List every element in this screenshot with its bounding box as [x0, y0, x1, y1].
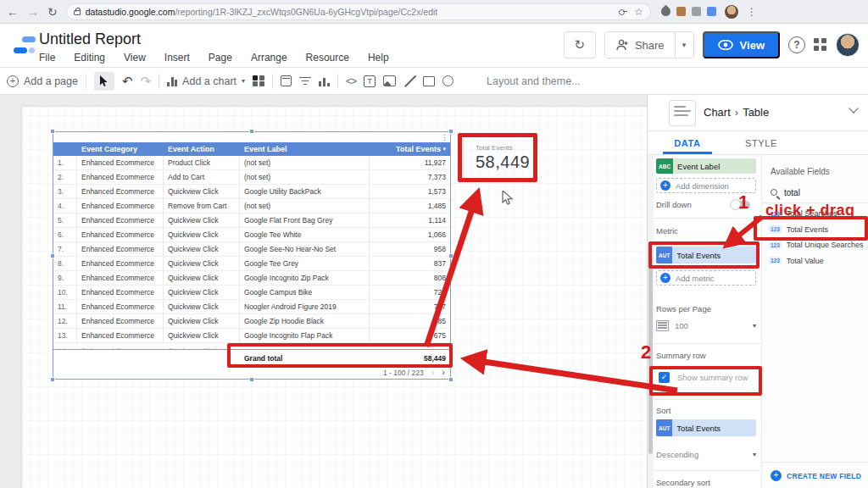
- report-canvas[interactable]: ⋮ Event Category Event Action Event Labe…: [0, 95, 647, 488]
- redo-button[interactable]: ↷: [141, 74, 152, 89]
- undo-button[interactable]: ↶: [122, 74, 133, 89]
- app-header: Untitled Report FileEditingViewInsertPag…: [0, 24, 868, 68]
- table-row: 6.Enhanced EcommerceQuickview ClickGoogl…: [53, 228, 450, 242]
- table-faded-row: 14. Enhanced Ecommerce Quickview Click: [53, 343, 450, 349]
- table-chart-type-icon[interactable]: [669, 100, 696, 126]
- menu-file[interactable]: File: [39, 52, 55, 64]
- image-tool-icon[interactable]: [383, 75, 396, 86]
- line-tool-icon[interactable]: [403, 75, 415, 87]
- rectangle-tool-icon[interactable]: [423, 76, 435, 86]
- rows-per-page-select[interactable]: 100 ▾: [656, 316, 756, 335]
- extension-icon[interactable]: [707, 7, 716, 16]
- layout-theme-button[interactable]: Layout and theme...: [487, 75, 581, 87]
- data-control-icon[interactable]: [319, 76, 330, 86]
- add-chart-caret-icon: ▾: [242, 77, 245, 85]
- password-key-icon[interactable]: [619, 8, 627, 16]
- address-bar[interactable]: datastudio.google.com/reporting/1R-3lKZJ…: [66, 3, 651, 20]
- browser-forward-icon[interactable]: →: [27, 6, 39, 18]
- panel-tabs: DATA STYLE: [648, 131, 868, 155]
- menu-insert[interactable]: Insert: [164, 52, 190, 64]
- menu-editing[interactable]: Editing: [74, 52, 105, 64]
- table-body: 1.Enhanced EcommerceProduct Click(not se…: [53, 156, 450, 343]
- refresh-data-button[interactable]: ↻: [564, 31, 596, 58]
- browser-refresh-icon[interactable]: ↻: [47, 6, 58, 18]
- select-tool-button[interactable]: [94, 72, 114, 91]
- checkbox-checked-icon[interactable]: ✓: [659, 372, 670, 383]
- row-index: 6.: [53, 228, 77, 241]
- next-page-icon[interactable]: ›: [442, 368, 445, 377]
- row-index: 11.: [53, 300, 77, 313]
- panel-header: Chart›Table: [648, 95, 868, 131]
- table-cell: Add to Cart: [164, 170, 240, 184]
- dimension-chip-event-label[interactable]: ABC Event Label: [656, 158, 756, 174]
- menu-page[interactable]: Page: [209, 52, 232, 64]
- help-icon[interactable]: ?: [788, 36, 805, 53]
- share-button[interactable]: Share: [605, 32, 675, 58]
- column-header-sorted[interactable]: Total Events ▾: [370, 142, 450, 156]
- panel-scrollbar[interactable]: [648, 155, 654, 488]
- field-search-input[interactable]: [784, 188, 843, 197]
- chart-options-icon[interactable]: ⋮: [441, 132, 448, 142]
- view-button[interactable]: View: [703, 31, 780, 58]
- extension-icon[interactable]: [659, 5, 672, 19]
- prev-page-icon[interactable]: ‹: [431, 368, 435, 377]
- field-search[interactable]: [771, 184, 862, 201]
- share-dropdown-caret[interactable]: ▾: [675, 32, 693, 58]
- show-summary-row-option[interactable]: ✓ Show summary row: [659, 372, 748, 383]
- menu-resource[interactable]: Resource: [306, 52, 349, 64]
- scorecard-total-events[interactable]: Total Events 58,449: [464, 141, 535, 180]
- circle-tool-icon[interactable]: [442, 75, 453, 86]
- menu-help[interactable]: Help: [368, 52, 389, 64]
- sort-direction-select[interactable]: Descending ▾: [656, 445, 756, 463]
- drill-down-toggle[interactable]: [732, 201, 750, 209]
- embed-url-icon[interactable]: <>: [346, 75, 356, 87]
- report-title[interactable]: Untitled Report: [39, 30, 141, 48]
- field-item[interactable]: 123Total Searches: [762, 206, 868, 222]
- apps-grid-icon[interactable]: [814, 38, 827, 52]
- browser-menu-icon[interactable]: ⋮: [747, 6, 757, 18]
- table-chart[interactable]: ⋮ Event Category Event Action Event Labe…: [53, 131, 451, 380]
- chevron-down-icon[interactable]: [849, 103, 858, 113]
- menu-view[interactable]: View: [124, 52, 146, 64]
- extension-icon[interactable]: [692, 7, 701, 16]
- column-header[interactable]: Event Label: [240, 142, 370, 156]
- chart-breadcrumb[interactable]: Chart›Table: [704, 106, 769, 119]
- field-item[interactable]: 123Total Value: [762, 253, 868, 269]
- extension-icon[interactable]: [676, 7, 686, 16]
- browser-back-icon[interactable]: ←: [7, 6, 19, 18]
- table-cell: Enhanced Ecommerce: [77, 156, 164, 169]
- filter-control-icon[interactable]: [299, 76, 311, 86]
- tab-data[interactable]: DATA: [648, 131, 727, 154]
- menu-arrange[interactable]: Arrange: [251, 52, 287, 64]
- sort-chip-total-events[interactable]: AUT Total Events: [656, 419, 756, 436]
- row-index: 5.: [53, 214, 77, 227]
- table-row: 5.Enhanced EcommerceQuickview ClickGoogl…: [53, 214, 450, 228]
- community-viz-icon[interactable]: [253, 75, 264, 87]
- column-header[interactable]: Event Action: [164, 142, 240, 156]
- grand-total-label: Grand total: [240, 350, 370, 366]
- date-range-icon[interactable]: [281, 75, 292, 86]
- row-index: 7.: [53, 242, 77, 256]
- create-new-field-button[interactable]: + CREATE NEW FIELD: [762, 462, 868, 481]
- add-metric-button[interactable]: + Add metric: [656, 270, 756, 286]
- scorecard-value: 58,449: [476, 152, 535, 172]
- metric-chip-total-events[interactable]: AUT Total Events: [656, 247, 756, 263]
- row-index: 4.: [53, 199, 77, 213]
- table-cell: Google See-No Hear-No Set: [240, 242, 370, 256]
- add-chart-button[interactable]: Add a chart ▾: [167, 75, 245, 87]
- field-label: Total Value: [787, 257, 824, 265]
- add-dimension-button[interactable]: + Add dimension: [656, 178, 756, 193]
- add-page-icon: +: [7, 75, 19, 87]
- row-index: 1.: [53, 156, 77, 169]
- bookmark-star-icon[interactable]: ☆: [634, 7, 643, 17]
- column-header[interactable]: Event Category: [77, 142, 164, 156]
- field-item[interactable]: 123Total Events: [762, 222, 868, 238]
- browser-profile-avatar[interactable]: [725, 5, 738, 19]
- field-item[interactable]: 123Total Unique Searches: [762, 237, 868, 253]
- text-tool-icon[interactable]: T: [364, 75, 376, 87]
- datastudio-logo-icon[interactable]: [14, 34, 36, 56]
- account-avatar[interactable]: [836, 33, 860, 57]
- table-row: 9.Enhanced EcommerceQuickview ClickGoogl…: [53, 271, 450, 286]
- add-page-button[interactable]: + Add a page: [7, 75, 78, 87]
- tab-style[interactable]: STYLE: [727, 131, 795, 154]
